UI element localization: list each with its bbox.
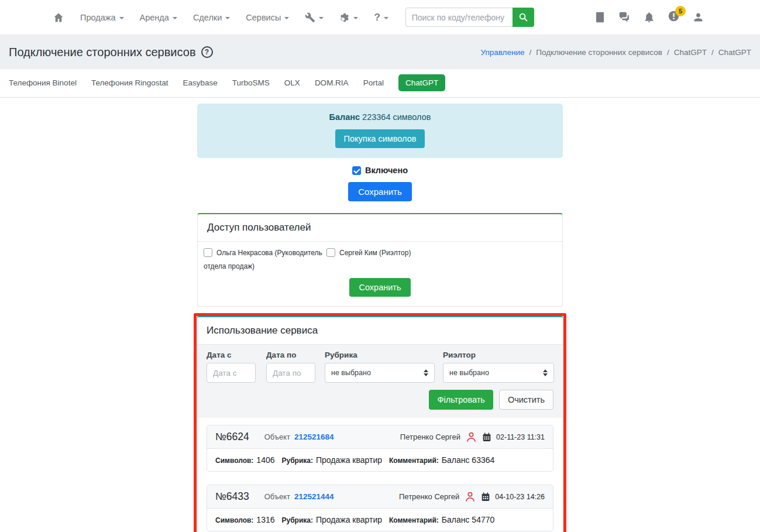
filter-realtor: Риэлтор не выбрано — [443, 351, 554, 383]
record-meta: Петренко Сергей 02-11-23 11:31 — [400, 431, 545, 443]
comment-label: Комментарий: — [389, 516, 439, 524]
rubric-select[interactable]: не выбрано — [325, 363, 435, 383]
breadcrumb-separator: / — [711, 48, 714, 57]
menu-deals[interactable]: Сделки — [193, 13, 230, 22]
save-settings-button[interactable]: Сохранить — [348, 182, 412, 201]
gear-icon — [339, 12, 350, 23]
agent-icon[interactable] — [464, 490, 476, 503]
home-icon — [53, 12, 64, 23]
usage-record: №6433 Объект 212521444 Петренко Сергей 0… — [207, 485, 553, 531]
title-bar: Подключение сторонних сервисов ? Управле… — [0, 35, 760, 69]
rubric-value: Продажа квартир — [316, 455, 382, 465]
symbols-value: 1406 — [256, 455, 274, 465]
balance-label: Баланс — [329, 112, 360, 122]
tab-easybase[interactable]: Easybase — [183, 78, 218, 87]
comment-value: Баланс 63364 — [442, 455, 494, 465]
balance-suffix: символов — [393, 112, 431, 122]
object-label: Объект — [264, 433, 290, 441]
tab-chatgpt-active[interactable]: ChatGPT — [398, 74, 445, 91]
help-icon: ? — [374, 12, 380, 23]
breadcrumb: Управление / Подключение сторонних серви… — [480, 48, 751, 57]
notification-badge: 5 — [675, 6, 686, 16]
page-title-text: Подключение сторонних сервисов — [9, 46, 196, 59]
menu-deals-label: Сделки — [193, 13, 222, 22]
rubric-label: Рубрика — [325, 351, 435, 359]
balance-text: Баланс 223364 символов — [197, 112, 563, 122]
date-to-label: Дата по — [266, 351, 315, 359]
chevron-down-icon — [384, 17, 388, 19]
filter-date-from: Дата с — [207, 351, 256, 383]
user-access-title: Доступ пользователей — [198, 214, 562, 242]
record-details: Символов: 1316 Рубрика: Продажа квартир … — [207, 509, 553, 531]
usage-records: №6624 Объект 212521684 Петренко Сергей 0… — [197, 418, 563, 531]
settings-menu[interactable] — [339, 12, 358, 23]
rubric-field-label: Рубрика: — [282, 516, 313, 524]
object-link[interactable]: 212521444 — [294, 492, 334, 501]
user-check-olga[interactable]: Ольга Некрасова (Руководитель отдела про… — [204, 246, 326, 273]
user-check-olga-label: Ольга Некрасова (Руководитель отдела про… — [204, 249, 322, 270]
enabled-label[interactable]: Включено — [365, 166, 408, 175]
navbar-right-icons: 5 — [594, 10, 704, 25]
menu-rent[interactable]: Аренда — [140, 13, 177, 22]
menu-sales[interactable]: Продажа — [80, 13, 124, 22]
chevron-down-icon — [319, 17, 324, 19]
tab-olx[interactable]: OLX — [284, 78, 300, 87]
page-help-icon[interactable]: ? — [201, 46, 213, 58]
date-to-input[interactable] — [266, 363, 315, 383]
alerts-button[interactable]: 5 — [668, 10, 680, 25]
checkbox-icon[interactable] — [326, 248, 335, 257]
record-datetime: 04-10-23 14:26 — [495, 493, 545, 501]
record-number: №6433 — [215, 490, 249, 503]
search-button[interactable] — [513, 8, 534, 27]
bell-icon[interactable] — [643, 11, 655, 23]
checkbox-icon[interactable] — [204, 248, 212, 257]
menu-sales-label: Продажа — [80, 13, 116, 22]
user-icon[interactable] — [692, 11, 704, 23]
breadcrumb-chatgpt: ChatGPT — [674, 48, 707, 57]
select-arrows-icon — [424, 369, 428, 376]
filter-actions: Фільтровать Очистить — [207, 390, 553, 410]
tab-domria[interactable]: DOM.RIA — [315, 78, 349, 87]
record-header: №6624 Объект 212521684 Петренко Сергей 0… — [207, 425, 553, 449]
chevron-down-icon — [225, 17, 230, 19]
menu-services[interactable]: Сервисы — [246, 13, 289, 22]
wrench-icon — [305, 12, 315, 23]
chat-icon[interactable] — [618, 11, 631, 23]
tab-portal[interactable]: Portal — [363, 78, 384, 87]
filter-rubric: Рубрика не выбрано — [325, 351, 435, 383]
help-menu[interactable]: ? — [374, 12, 388, 23]
notes-icon[interactable] — [594, 11, 606, 23]
breadcrumb-management[interactable]: Управление — [480, 48, 524, 57]
tools-menu[interactable] — [305, 12, 324, 23]
realtor-select[interactable]: не выбрано — [443, 363, 554, 383]
user-check-sergey-label: Сергей Ким (Риэлтор) — [339, 249, 411, 257]
comment-value: Баланс 54770 — [442, 515, 494, 524]
date-from-input[interactable] — [207, 363, 256, 383]
object-label: Объект — [264, 492, 290, 501]
filter-button[interactable]: Фільтровать — [429, 390, 493, 410]
chevron-down-icon — [119, 17, 124, 19]
chevron-down-icon — [173, 17, 177, 19]
tab-ringostat[interactable]: Телефония Ringostat — [91, 78, 168, 87]
enable-row: Включено — [197, 166, 563, 175]
breadcrumb-separator: / — [529, 48, 531, 57]
rubric-field-label: Рубрика: — [282, 457, 313, 465]
service-tabs: Телефония Binotel Телефония Ringostat Ea… — [0, 69, 760, 98]
clear-button[interactable]: Очистить — [499, 390, 553, 410]
balance-alert: Баланс 223364 символов Покупка символов — [197, 104, 563, 158]
enabled-checkbox[interactable] — [352, 166, 361, 175]
tab-turbosms[interactable]: TurboSMS — [232, 78, 270, 87]
object-link[interactable]: 212521684 — [294, 433, 334, 441]
breadcrumb-chatgpt-2: ChatGPT — [718, 48, 751, 57]
home-button[interactable] — [53, 12, 64, 23]
save-access-button[interactable]: Сохранить — [349, 278, 410, 297]
symbols-value: 1316 — [256, 515, 274, 524]
realtor-label: Риэлтор — [443, 351, 554, 359]
user-check-sergey[interactable]: Сергей Ким (Риэлтор) — [326, 246, 411, 260]
agent-icon[interactable] — [465, 431, 477, 443]
calendar-icon — [482, 433, 491, 442]
buy-symbols-button[interactable]: Покупка символов — [335, 129, 425, 148]
usage-record: №6624 Объект 212521684 Петренко Сергей 0… — [207, 425, 553, 472]
search-input[interactable] — [405, 8, 513, 27]
tab-binotel[interactable]: Телефония Binotel — [9, 78, 77, 87]
